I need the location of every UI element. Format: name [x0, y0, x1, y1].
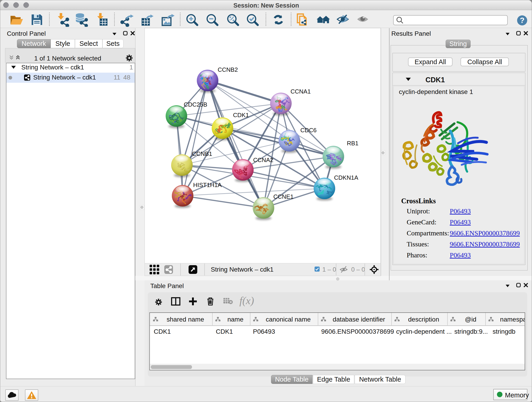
svg-text:CCNE1: CCNE1	[273, 193, 293, 200]
svg-text:CCNA1: CCNA1	[291, 88, 311, 95]
svg-text:CDKN1A: CDKN1A	[334, 174, 358, 181]
svg-text:CDK1: CDK1	[233, 112, 249, 119]
svg-text:CDC25B: CDC25B	[184, 101, 207, 108]
svg-text:CCNA2: CCNA2	[253, 157, 273, 163]
svg-text:RB1: RB1	[347, 140, 359, 147]
svg-text:CCNB2: CCNB2	[218, 66, 238, 73]
svg-text:HIST1H1A: HIST1H1A	[193, 182, 222, 188]
svg-text:CCNB1: CCNB1	[192, 150, 212, 157]
svg-text:?: ?	[520, 16, 525, 25]
svg-text:CDC6: CDC6	[300, 127, 317, 134]
